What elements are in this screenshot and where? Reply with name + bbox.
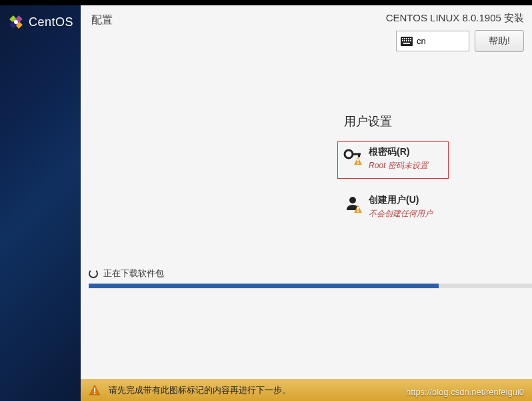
- svg-rect-14: [408, 40, 409, 41]
- svg-rect-26: [357, 207, 359, 210]
- section-title: 用户设置: [344, 113, 532, 129]
- content-area: 用户设置 根密码(R) Root 密码未设置: [81, 60, 532, 227]
- header-controls: cn 帮助!: [396, 30, 524, 52]
- progress-text: 正在下载软件包: [103, 268, 164, 280]
- keyboard-layout-selector[interactable]: cn: [396, 31, 469, 51]
- spinner-icon: [89, 269, 98, 278]
- svg-rect-8: [406, 38, 407, 39]
- svg-rect-30: [94, 392, 95, 394]
- svg-rect-23: [357, 163, 359, 164]
- progress-bar: [89, 284, 532, 288]
- key-icon: [343, 147, 362, 165]
- page-title: 配置: [91, 12, 113, 27]
- sidebar: CentOS: [0, 5, 81, 401]
- svg-rect-6: [402, 38, 403, 39]
- svg-rect-7: [404, 38, 405, 39]
- svg-point-24: [349, 197, 356, 204]
- watermark: https://blog.csdn.net/renfeigui0: [406, 387, 524, 397]
- locale-value: cn: [417, 36, 426, 46]
- header: 配置 CENTOS LINUX 8.0.1905 安装: [81, 5, 532, 60]
- warning-text: 请先完成带有此图标标记的内容再进行下一步。: [109, 384, 291, 396]
- keyboard-icon: [401, 37, 413, 46]
- installer-title: CENTOS LINUX 8.0.1905 安装: [386, 12, 524, 25]
- help-button[interactable]: 帮助!: [475, 30, 524, 52]
- warning-icon: [89, 384, 101, 396]
- brand-logo: CentOS: [7, 13, 73, 31]
- root-password-text: 根密码(R) Root 密码未设置: [369, 146, 428, 171]
- svg-rect-16: [403, 43, 410, 44]
- centos-logo-icon: [7, 13, 25, 31]
- svg-rect-20: [358, 153, 360, 157]
- progress-fill: [89, 284, 439, 288]
- svg-rect-10: [410, 38, 411, 39]
- brand-text: CentOS: [29, 15, 73, 29]
- create-user-text: 创建用户(U) 不会创建任何用户: [369, 194, 433, 220]
- top-black-bar: [0, 0, 532, 5]
- root-password-subtitle: Root 密码未设置: [369, 160, 428, 171]
- svg-rect-11: [402, 40, 403, 41]
- svg-rect-9: [408, 38, 409, 39]
- svg-rect-12: [404, 40, 405, 41]
- main-panel: 配置 CENTOS LINUX 8.0.1905 安装: [81, 5, 532, 379]
- svg-rect-13: [406, 40, 407, 41]
- svg-point-4: [14, 20, 18, 24]
- user-icon: [343, 195, 362, 213]
- svg-rect-22: [357, 159, 359, 161]
- create-user-title: 创建用户(U): [369, 194, 433, 206]
- svg-rect-15: [410, 40, 411, 41]
- svg-point-18: [347, 153, 351, 156]
- header-right: CENTOS LINUX 8.0.1905 安装: [386, 12, 524, 52]
- svg-rect-29: [94, 388, 95, 392]
- create-user-option[interactable]: 创建用户(U) 不会创建任何用户: [337, 189, 449, 227]
- root-password-option[interactable]: 根密码(R) Root 密码未设置: [337, 141, 449, 179]
- root-password-title: 根密码(R): [369, 146, 428, 158]
- svg-rect-27: [357, 211, 359, 212]
- progress-area: 正在下载软件包: [89, 268, 532, 288]
- create-user-subtitle: 不会创建任何用户: [369, 208, 433, 220]
- progress-line: 正在下载软件包: [89, 268, 532, 280]
